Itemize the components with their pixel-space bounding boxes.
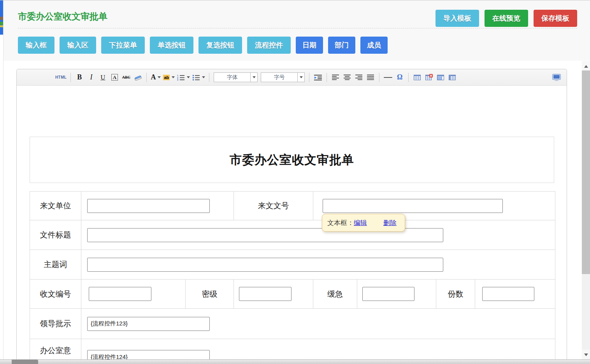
online-preview-button[interactable]: 在线预览 [485, 10, 528, 27]
widget-button-checkbox[interactable]: 复选按钮 [198, 37, 242, 54]
table-row: 来文单位 来文文号 [30, 192, 555, 220]
page-left-border [3, 0, 4, 359]
widget-button-input-box[interactable]: 输入框 [18, 37, 54, 54]
arrow-down-icon [584, 353, 588, 356]
header-divider [18, 28, 577, 28]
italic-button[interactable]: I [86, 72, 96, 83]
widget-button-date[interactable]: 日期 [296, 37, 323, 54]
toolbar-separator [146, 73, 147, 82]
table-row: 主题词 [30, 250, 555, 280]
incoming-doc-number-input[interactable] [323, 199, 503, 213]
page-title: 市委办公室收文审批单 [18, 11, 107, 23]
form-title-box: 市委办公室收文审批单 [30, 137, 554, 183]
toolbar-separator [309, 73, 309, 82]
background-window-icon [0, 22, 3, 25]
font-family-select[interactable]: 字体 [214, 72, 258, 82]
format-a-button[interactable]: A [110, 72, 119, 83]
ordered-list-button[interactable]: 1 2 3 [177, 72, 190, 83]
background-window-edge [0, 0, 3, 35]
special-char-button[interactable]: Ω [395, 72, 404, 83]
font-size-select[interactable]: 字号 [261, 72, 305, 82]
widget-button-member[interactable]: 成员 [360, 37, 388, 54]
field-label-incoming-unit: 来文单位 [30, 192, 81, 220]
delete-table-button[interactable] [424, 72, 434, 83]
field-label-doc-title: 文件标题 [30, 220, 81, 250]
highlight-color-button[interactable]: ab [163, 72, 175, 83]
copies-input[interactable] [482, 287, 534, 301]
highlight-icon: ab [163, 75, 170, 80]
background-window-icon [0, 17, 3, 20]
chevron-down-icon [172, 76, 175, 78]
editor-document[interactable]: 市委办公室收文审批单 来文单位 来文文号 文件标题 主题词 收文 [17, 86, 567, 364]
tooltip-delete-link[interactable]: 删除 [383, 218, 397, 227]
horizontal-scrollbar-thumb[interactable] [12, 360, 38, 364]
table-row: 文件标题 [30, 220, 555, 250]
widget-button-row: 输入框 输入区 下拉菜单 单选按钮 复选按钮 流程控件 日期 部门 成员 [18, 37, 388, 54]
urgency-input[interactable] [362, 287, 414, 301]
subject-words-input[interactable] [87, 258, 443, 272]
align-right-button[interactable] [354, 72, 363, 83]
toolbar-separator [327, 73, 327, 82]
align-center-button[interactable] [342, 72, 352, 83]
background-window-icon [0, 25, 3, 27]
indent-button[interactable] [313, 72, 323, 83]
field-label-receipt-number: 收文编号 [30, 280, 81, 309]
field-label-incoming-doc-number: 来文文号 [234, 192, 313, 220]
incoming-unit-input[interactable] [87, 199, 210, 213]
chevron-down-icon [202, 76, 205, 78]
field-label-copies: 份数 [436, 280, 475, 309]
field-label-security-level: 密级 [186, 280, 234, 309]
toolbar-separator [209, 73, 209, 82]
table-row: 收文编号 密级 缓急 份数 [30, 280, 555, 309]
page-header: 市委办公室收文审批单 输入框 输入区 下拉菜单 单选按钮 复选按钮 流程控件 日… [4, 0, 590, 61]
fullscreen-button[interactable] [552, 72, 561, 83]
security-level-input[interactable] [239, 287, 291, 301]
bottom-window-bar [0, 359, 590, 364]
font-color-button[interactable]: A [151, 72, 161, 83]
field-label-urgency: 缓急 [313, 280, 357, 309]
bullet-list-button[interactable] [192, 72, 205, 83]
scrollbar-thumb[interactable] [582, 70, 590, 274]
eraser-icon[interactable] [133, 72, 142, 83]
widget-button-dropdown[interactable]: 下拉菜单 [101, 37, 145, 54]
chevron-down-icon [158, 76, 161, 78]
svg-text:3: 3 [177, 79, 178, 81]
widget-button-textarea[interactable]: 输入区 [60, 37, 96, 54]
table-row: 领导批示 [30, 309, 555, 339]
strikethrough-button[interactable]: ABC [121, 72, 131, 83]
save-template-button[interactable]: 保存模板 [534, 10, 577, 27]
rich-text-editor: HTML B I U A ABC A ab 1 2 [16, 69, 567, 364]
arrow-up-icon [584, 65, 588, 68]
scroll-up-button[interactable] [582, 61, 590, 71]
widget-tooltip: 文本框： 编辑 删除 [322, 214, 405, 232]
underline-button[interactable]: U [98, 72, 107, 83]
chevron-down-icon[interactable] [250, 73, 257, 82]
field-label-subject-words: 主题词 [30, 250, 81, 280]
table-props-button[interactable] [448, 72, 457, 83]
toolbar-separator [379, 73, 379, 82]
widget-button-radio[interactable]: 单选按钮 [150, 37, 193, 54]
html-source-button[interactable]: HTML [55, 72, 67, 83]
tooltip-edit-link[interactable]: 编辑 [354, 218, 367, 227]
widget-button-department[interactable]: 部门 [328, 37, 355, 54]
editor-toolbar: HTML B I U A ABC A ab 1 2 [17, 69, 567, 86]
leader-instructions-input[interactable] [87, 317, 210, 331]
vertical-scrollbar[interactable] [582, 61, 590, 360]
horizontal-rule-button[interactable] [383, 72, 393, 83]
form-title: 市委办公室收文审批单 [230, 152, 354, 168]
import-template-button[interactable]: 导入模板 [435, 10, 479, 27]
chevron-down-icon [187, 76, 190, 78]
insert-table-button[interactable] [413, 72, 422, 83]
align-left-button[interactable] [331, 72, 340, 83]
chevron-down-icon[interactable] [297, 73, 304, 82]
toolbar-separator [70, 73, 71, 82]
template-action-row: 导入模板 在线预览 保存模板 [435, 10, 577, 27]
scroll-down-button[interactable] [582, 350, 590, 360]
table-cell-props-button[interactable] [436, 72, 445, 83]
widget-button-flow-control[interactable]: 流程控件 [247, 37, 291, 54]
bold-button[interactable]: B [75, 72, 84, 83]
tooltip-label: 文本框： [327, 218, 354, 227]
receipt-number-input[interactable] [89, 287, 151, 301]
align-justify-button[interactable] [366, 72, 375, 83]
field-label-leader-instructions: 领导批示 [30, 309, 81, 339]
